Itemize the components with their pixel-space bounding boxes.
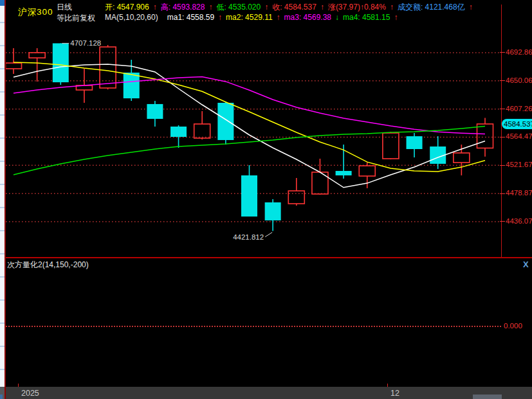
background-window-edge-top (0, 0, 5, 6)
scrollbar-thumb[interactable] (473, 395, 502, 399)
ma4-field: ma4: 4581.15 (343, 13, 390, 22)
ma3-field: ma3: 4569.38 (284, 13, 331, 22)
axis-tick (500, 193, 505, 194)
year-tick-mark (18, 384, 19, 387)
candle-up (6, 48, 22, 74)
ma1-field: ma1: 4558.59 (167, 13, 214, 22)
candle-up (29, 48, 45, 82)
candle-up (194, 111, 210, 139)
candle-up (383, 132, 399, 159)
month-label: 12 (390, 389, 399, 398)
price-axis-label: 4564.470 (500, 132, 532, 140)
axis-tick (500, 109, 505, 109)
axis-tick (500, 137, 505, 137)
close-indicator-button[interactable]: X (523, 260, 529, 269)
candle-down (241, 165, 257, 217)
candle-down (265, 199, 281, 231)
close-field: 收: 4584.537 (272, 3, 316, 12)
axis-tick (500, 80, 505, 81)
zero-axis-label: 0.000 (504, 322, 522, 330)
current-price-value: 4584.537 (504, 120, 532, 128)
low-price-marker: 4421.812 (233, 233, 264, 241)
month-tick-mark (387, 384, 388, 387)
ma2-field: ma2: 4529.11 (226, 13, 273, 22)
indicator-panel: 次方量化2(14,150,-200) X 0.000 (6, 258, 532, 387)
up-arrow-icon: ↑ (208, 3, 212, 12)
background-window-edge (0, 0, 5, 399)
price-axis-label: 4607.267 (500, 105, 532, 112)
price-axis-label: 4521.673 (500, 161, 532, 168)
period-column: 日线 等比前复权 (57, 2, 95, 24)
price-axis-label: 4650.065 (500, 76, 532, 84)
high-field: 高: 4593.828 (161, 3, 205, 12)
background-window-edge-bottom-accent (0, 395, 3, 399)
symbol-name[interactable]: 沪深300 (18, 6, 53, 18)
candle-up (312, 159, 328, 195)
candlestick-chart[interactable]: 4707.1284421.812 (6, 26, 501, 258)
low-marker-dash (265, 233, 272, 237)
ma-settings-label: MA(5,10,20,60) (105, 13, 158, 22)
time-axis-bar[interactable]: 2025 12 (6, 387, 532, 399)
price-axis-label: 4436.078 (500, 217, 532, 225)
current-price-tag: 4584.537 (502, 119, 532, 129)
indicator-title[interactable]: 次方量化2(14,150,-200) (7, 260, 89, 270)
up-arrow-icon: ↑ (394, 13, 398, 22)
price-axis-label: 4692.862 (500, 48, 532, 56)
candle-down (170, 125, 187, 148)
zero-gridline (6, 326, 501, 327)
change-field: 涨(37.97)↑0.84% (328, 3, 386, 12)
up-arrow-icon: ↑ (390, 3, 394, 12)
up-arrow-icon: ↑ (218, 13, 222, 22)
year-label: 2025 (21, 389, 39, 398)
high-price-marker: 4707.128 (70, 39, 101, 47)
candle-down (430, 136, 446, 169)
up-arrow-icon: ↑ (153, 3, 157, 12)
up-arrow-icon: ↑ (277, 13, 280, 22)
candle-down (407, 133, 423, 157)
ma-line-ma3 (14, 77, 485, 134)
desktop: { "header": { "symbol": "沪深300", "symbol… (0, 0, 532, 399)
axis-tick (500, 221, 505, 222)
adjust-mode-label[interactable]: 等比前复权 (57, 13, 95, 24)
price-axis-label: 4478.875 (500, 189, 532, 197)
candle-down (147, 101, 163, 127)
ma-values-row: MA(5,10,20,60)ma1: 4558.59↑ma2: 4529.11↑… (105, 13, 401, 22)
axis-tick (500, 165, 505, 166)
low-field: 低: 4535.020 (216, 3, 261, 12)
up-arrow-icon: ↑ (264, 3, 268, 12)
axis-tick (500, 52, 505, 53)
panel-divider[interactable] (6, 257, 532, 258)
candle-up (288, 178, 304, 206)
up-arrow-icon: ↑ (320, 3, 324, 12)
period-label[interactable]: 日线 (57, 2, 95, 13)
turnover-field: 成交额: 4121.468亿 (398, 3, 465, 12)
down-arrow-icon: ↓ (335, 13, 339, 22)
quote-values-row: 开: 4547.906↑高: 4593.828↑低: 4535.020↑收: 4… (105, 2, 477, 13)
open-field: 开: 4547.906 (105, 3, 149, 12)
quote-header: 沪深300 日线 等比前复权 开: 4547.906↑高: 4593.828↑低… (6, 0, 532, 26)
up-arrow-icon: ↑ (469, 3, 473, 12)
